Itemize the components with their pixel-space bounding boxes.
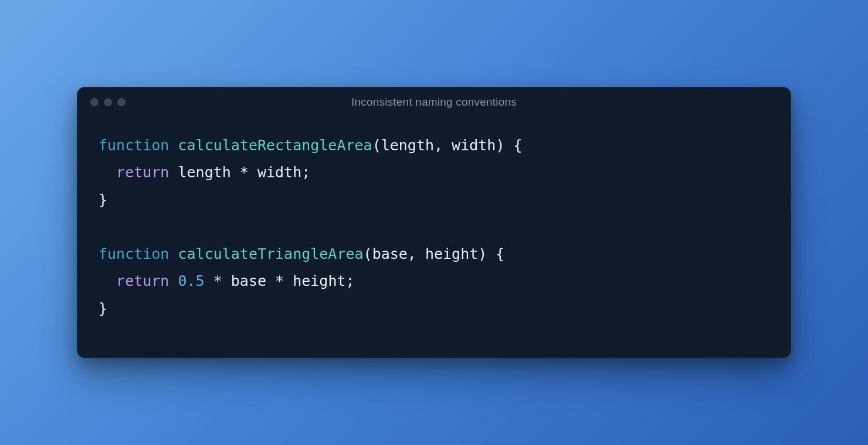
- keyword-return: return: [116, 164, 169, 181]
- token-op: *: [231, 164, 257, 181]
- semicolon: ;: [301, 164, 310, 181]
- paren-close-brace-open: ) {: [478, 245, 504, 262]
- paren-close-brace-open: ) {: [496, 137, 522, 154]
- token-ident: width: [257, 164, 301, 181]
- token-ident: base: [231, 272, 266, 289]
- window-title: Inconsistent naming conventions: [351, 96, 517, 109]
- keyword-return: return: [116, 272, 169, 289]
- code-editor[interactable]: function calculateRectangleArea(length, …: [77, 112, 791, 358]
- comma: ,: [408, 245, 425, 262]
- param: length: [381, 137, 434, 154]
- token-number: 0.5: [178, 272, 204, 289]
- function-name: calculateTriangleArea: [178, 245, 363, 262]
- comma: ,: [434, 137, 452, 154]
- paren-open: (: [372, 137, 381, 154]
- brace-close: }: [99, 191, 107, 208]
- traffic-lights: [90, 98, 126, 106]
- semicolon: ;: [345, 272, 354, 289]
- maximize-icon[interactable]: [117, 98, 126, 106]
- param: width: [452, 137, 496, 154]
- minimize-icon[interactable]: [104, 98, 112, 106]
- titlebar: Inconsistent naming conventions: [77, 87, 791, 112]
- close-icon[interactable]: [90, 98, 99, 106]
- param: base: [372, 245, 408, 262]
- token-op: *: [266, 272, 293, 289]
- token-op: *: [205, 272, 231, 289]
- token-ident: length: [178, 164, 230, 181]
- paren-open: (: [364, 245, 372, 262]
- code-window: Inconsistent naming conventions function…: [77, 87, 791, 358]
- keyword-function: function: [99, 245, 169, 262]
- keyword-function: function: [99, 137, 169, 154]
- function-name: calculateRectangleArea: [178, 137, 372, 154]
- param: height: [425, 245, 478, 262]
- token-ident: height: [293, 272, 345, 289]
- brace-close: }: [99, 300, 107, 317]
